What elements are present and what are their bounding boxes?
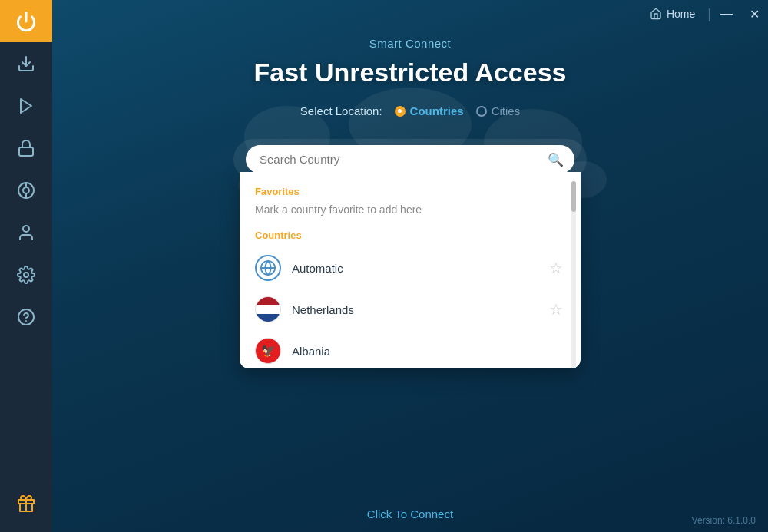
titlebar: Home | — ✕ (639, 0, 768, 28)
version-text: Version: 6.1.0.0 (692, 515, 756, 526)
sidebar-item-power[interactable] (0, 0, 52, 42)
svg-marker-2 (21, 99, 31, 113)
country-item-netherlands[interactable]: Netherlands ☆ (240, 289, 581, 330)
main-title: Fast Unrestricted Access (254, 58, 567, 88)
svg-rect-3 (19, 147, 33, 156)
globe-icon (255, 255, 281, 281)
home-label: Home (667, 8, 695, 20)
search-input[interactable] (246, 145, 574, 173)
radio-cities[interactable]: Cities (476, 104, 521, 117)
country-name-automatic: Automatic (292, 262, 536, 275)
flag-albania: 🦅 (255, 338, 281, 364)
sidebar-item-lock[interactable] (0, 127, 52, 169)
sidebar-item-gift[interactable] (0, 482, 52, 524)
sidebar (0, 0, 52, 532)
titlebar-separator: | (706, 6, 713, 22)
minimize-button[interactable]: — (713, 0, 740, 28)
radio-cities-dot (476, 106, 487, 117)
help-icon (17, 308, 35, 326)
ip-icon (17, 181, 35, 200)
radio-cities-label: Cities (492, 104, 521, 117)
home-icon (650, 8, 662, 20)
connect-link[interactable]: Click To Connect (367, 507, 453, 520)
favorites-section-label: Favorites (240, 186, 581, 203)
dropdown-list: Favorites Mark a country favorite to add… (240, 172, 581, 368)
gift-icon (17, 494, 35, 513)
country-name-albania: Albania (292, 345, 565, 358)
radio-countries-label: Countries (410, 104, 464, 117)
country-item-albania[interactable]: 🦅 Albania (240, 330, 581, 368)
sidebar-item-ip[interactable] (0, 169, 52, 211)
bottom-bar: Click To Connect Version: 6.1.0.0 (52, 495, 768, 532)
sidebar-item-settings[interactable] (0, 253, 52, 296)
power-icon (15, 11, 37, 32)
dropdown-container: 🔍 Favorites Mark a country favorite to a… (233, 139, 587, 180)
sidebar-item-user[interactable] (0, 211, 52, 253)
svg-point-8 (23, 226, 29, 232)
flag-netherlands (255, 296, 281, 322)
sidebar-item-play[interactable] (0, 84, 52, 127)
radio-countries-inner (398, 109, 402, 113)
sidebar-item-help[interactable] (0, 296, 52, 338)
country-item-automatic[interactable]: Automatic ☆ (240, 247, 581, 289)
flag-nl-blue (256, 314, 280, 322)
radio-countries[interactable]: Countries (395, 104, 464, 117)
scrollbar-thumb[interactable] (571, 181, 576, 212)
flag-nl-white (256, 305, 280, 313)
favorite-star-netherlands[interactable]: ☆ (547, 300, 565, 319)
favorite-star-automatic[interactable]: ☆ (547, 259, 565, 277)
settings-icon (17, 266, 35, 284)
favorites-empty-text: Mark a country favorite to add here (240, 203, 581, 226)
countries-section: Countries Automatic ☆ (240, 226, 581, 368)
home-button[interactable]: Home (639, 0, 706, 28)
scrollbar-track[interactable] (571, 181, 576, 368)
country-name-netherlands: Netherlands (292, 303, 536, 316)
smart-connect-label: Smart Connect (369, 37, 452, 50)
lock-icon (17, 139, 35, 157)
select-location-label: Select Location: (300, 104, 382, 117)
search-bar: 🔍 (233, 139, 587, 180)
play-icon (17, 97, 35, 115)
main-content: Home | — ✕ Smart Connect Fast Unrestrict… (52, 0, 768, 532)
svg-point-9 (24, 273, 28, 277)
radio-countries-dot (395, 106, 406, 117)
location-selector: Select Location: Countries Cities (300, 104, 520, 117)
user-icon (17, 223, 35, 242)
close-button[interactable]: ✕ (740, 0, 768, 28)
svg-point-5 (23, 187, 29, 193)
download-icon (17, 55, 35, 73)
sidebar-item-download[interactable] (0, 42, 52, 84)
countries-section-label: Countries (240, 230, 581, 247)
flag-nl-red (256, 296, 280, 305)
search-icon: 🔍 (548, 151, 564, 167)
